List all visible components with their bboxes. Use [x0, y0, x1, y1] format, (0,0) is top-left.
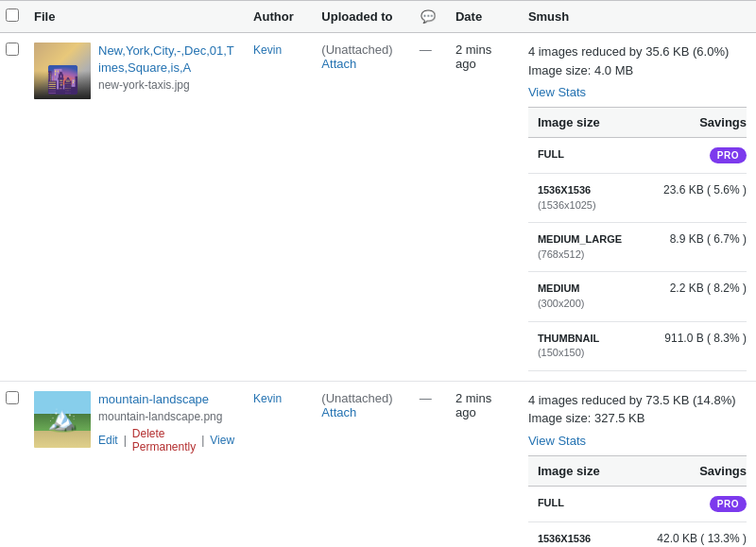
- table-header-row: File Author Uploaded to 💬 Date Smush: [0, 1, 756, 33]
- header-author-col: Author: [244, 1, 312, 33]
- header-date-label: Date: [455, 9, 482, 24]
- smush-inner: 4 images reduced by 35.6 KB (6.0%)Image …: [528, 43, 747, 371]
- smush-savings-cell: 911.0 B ( 8.3% ): [644, 321, 747, 370]
- file-action-delete[interactable]: Delete Permanently: [132, 427, 196, 453]
- select-all-checkbox[interactable]: [6, 9, 19, 22]
- row-uploaded-cell: (Unattached)Attach: [312, 33, 409, 382]
- file-action-edit[interactable]: Edit: [98, 434, 118, 447]
- row-checkbox[interactable]: [6, 43, 19, 56]
- smush-size-name-cell: 1536X1536(1536x1025): [528, 174, 644, 223]
- uploaded-status: (Unattached): [321, 43, 392, 57]
- uploaded-status: (Unattached): [321, 391, 392, 405]
- view-stats-link[interactable]: View Stats: [528, 434, 586, 448]
- header-file-label: File: [34, 9, 55, 24]
- row-file-cell: New,York,City,-,Dec,01,Times,Square,is,A…: [25, 33, 244, 382]
- smush-size-name-cell: FULL: [528, 138, 644, 174]
- file-title-link[interactable]: New,York,City,-,Dec,01,Times,Square,is,A: [98, 43, 234, 77]
- table-row: mountain-landscapemountain-landscape.png…: [0, 381, 756, 547]
- size-name: FULL: [538, 148, 564, 160]
- header-file-col: File: [25, 1, 244, 33]
- row-date-cell: 2 mins ago: [446, 33, 519, 382]
- size-dims: (1536x1025): [538, 199, 596, 211]
- row-comment-cell: —: [410, 381, 446, 547]
- row-uploaded-cell: (Unattached)Attach: [312, 381, 409, 547]
- size-name: 1536X1536: [538, 184, 591, 196]
- smush-size-row: FULLPRO: [528, 138, 747, 174]
- header-uploaded-label: Uploaded to: [321, 9, 392, 24]
- header-comment-col: 💬: [410, 1, 446, 33]
- size-name: THUMBNAIL: [538, 333, 599, 344]
- comment-dash: —: [420, 391, 432, 405]
- smush-savings-cell: 2.2 KB ( 8.2% ): [644, 272, 747, 321]
- size-name: 1536X1536: [538, 533, 591, 544]
- row-checkbox[interactable]: [6, 391, 19, 404]
- header-comment-label: 💬: [421, 9, 436, 24]
- row-author-cell: Kevin: [244, 381, 312, 547]
- smush-size-name-cell: THUMBNAIL(150x150): [528, 321, 644, 370]
- file-action-view[interactable]: View: [210, 434, 234, 447]
- header-check-col: [0, 1, 25, 33]
- smush-inner: 4 images reduced by 73.5 KB (14.8%)Image…: [528, 391, 747, 547]
- smush-breakdown-table: Image sizeSavingsFULLPRO1536X1536(1536x1…: [528, 107, 747, 371]
- smush-col-header-savings: Savings: [640, 455, 747, 486]
- comment-dash: —: [420, 43, 432, 57]
- smush-size-row: 1536X1536(1536x857)42.0 KB ( 13.3% ): [528, 521, 747, 547]
- smush-summary: 4 images reduced by 35.6 KB (6.0%)Image …: [528, 43, 747, 79]
- file-title-link[interactable]: mountain-landscape: [98, 391, 234, 408]
- row-check-cell: [0, 381, 25, 547]
- view-stats-link[interactable]: View Stats: [528, 85, 586, 99]
- upload-date: 2 mins ago: [455, 43, 491, 71]
- smush-size-name-cell: FULL: [528, 486, 640, 521]
- smush-savings-cell: 23.6 KB ( 5.6% ): [644, 174, 747, 223]
- attach-link[interactable]: Attach: [321, 405, 400, 419]
- table-row: New,York,City,-,Dec,01,Times,Square,is,A…: [0, 33, 756, 382]
- smush-size-row: MEDIUM(300x200)2.2 KB ( 8.2% ): [528, 272, 747, 321]
- pro-badge: PRO: [710, 147, 747, 163]
- header-author-label: Author: [253, 9, 294, 24]
- author-link[interactable]: Kevin: [253, 392, 282, 405]
- smush-col-header-size: Image size: [528, 108, 644, 138]
- size-name: FULL: [538, 497, 564, 508]
- action-separator: |: [201, 434, 204, 447]
- file-info: New,York,City,-,Dec,01,Times,Square,is,A…: [98, 43, 234, 92]
- smush-savings-cell: PRO: [644, 138, 747, 174]
- smush-savings-cell: 8.9 KB ( 6.7% ): [644, 223, 747, 272]
- smush-size-name-cell: MEDIUM_LARGE(768x512): [528, 223, 644, 272]
- smush-size-row: MEDIUM_LARGE(768x512)8.9 KB ( 6.7% ): [528, 223, 747, 272]
- row-date-cell: 2 mins ago: [446, 381, 519, 547]
- file-name: mountain-landscape.png: [98, 410, 234, 423]
- row-comment-cell: —: [410, 33, 446, 382]
- header-uploaded-col: Uploaded to: [312, 1, 409, 33]
- size-name: MEDIUM_LARGE: [538, 233, 622, 245]
- mtn-thumbnail: [34, 391, 91, 448]
- upload-date: 2 mins ago: [455, 391, 491, 419]
- smush-size-row: 1536X1536(1536x1025)23.6 KB ( 5.6% ): [528, 174, 747, 223]
- smush-col-header-savings: Savings: [644, 108, 747, 138]
- smush-size-row: FULLPRO: [528, 486, 747, 521]
- author-link[interactable]: Kevin: [253, 43, 282, 57]
- smush-size-name-cell: 1536X1536(1536x857): [528, 521, 640, 547]
- row-check-cell: [0, 33, 25, 382]
- size-dims: (150x150): [538, 347, 585, 358]
- header-date-col: Date: [446, 1, 519, 33]
- media-library-table: File Author Uploaded to 💬 Date Smush New…: [0, 0, 756, 547]
- action-separator: |: [124, 434, 127, 447]
- size-dims: (300x200): [538, 298, 585, 309]
- attach-link[interactable]: Attach: [321, 57, 400, 71]
- header-smush-label: Smush: [528, 9, 569, 24]
- nyc-thumbnail: [34, 43, 91, 99]
- size-dims: (768x512): [538, 248, 585, 260]
- pro-badge: PRO: [710, 496, 747, 512]
- file-info: mountain-landscapemountain-landscape.png…: [98, 391, 234, 453]
- file-actions: Edit|Delete Permanently|View: [98, 427, 234, 453]
- row-smush-cell: 4 images reduced by 35.6 KB (6.0%)Image …: [519, 33, 756, 382]
- smush-col-header-size: Image size: [528, 455, 640, 486]
- smush-size-name-cell: MEDIUM(300x200): [528, 272, 644, 321]
- smush-savings-cell: PRO: [640, 486, 747, 521]
- table-body: New,York,City,-,Dec,01,Times,Square,is,A…: [0, 33, 756, 548]
- file-name: new-york-taxis.jpg: [98, 78, 234, 92]
- smush-summary: 4 images reduced by 73.5 KB (14.8%)Image…: [528, 391, 747, 428]
- header-smush-col: Smush: [519, 1, 756, 33]
- smush-savings-cell: 42.0 KB ( 13.3% ): [640, 521, 747, 547]
- row-smush-cell: 4 images reduced by 73.5 KB (14.8%)Image…: [519, 381, 756, 547]
